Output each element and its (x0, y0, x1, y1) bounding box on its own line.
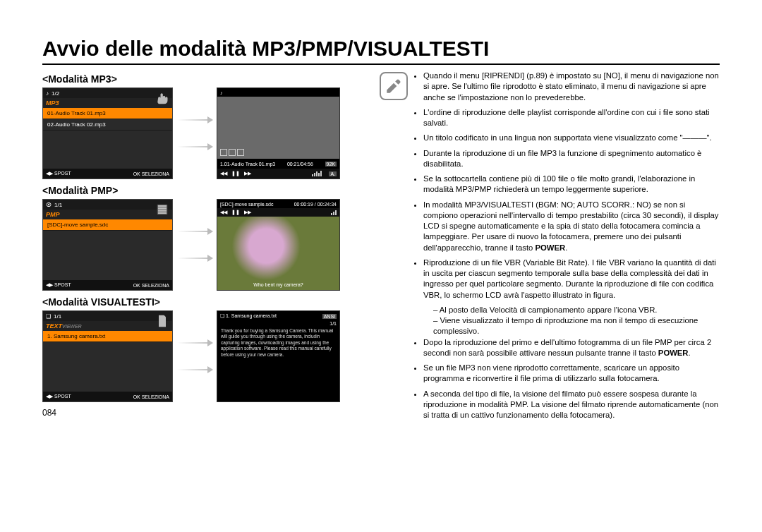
doc-icon: ❏ (46, 313, 51, 320)
film-icon: ⦿ (46, 202, 52, 208)
note-subitem: Viene visualizzato il tempo di riproduzi… (433, 315, 720, 337)
note-item: Riproduzione di un file VBR (Variable Bi… (423, 258, 720, 301)
mode-label-text: <Modalità VISUALTESTI> (42, 296, 367, 308)
mode-label-mp3: <Modalità MP3> (42, 73, 367, 85)
hand-icon (155, 91, 169, 105)
columns: <Modalità MP3> ♪ 1/2 MP3 01-Audio Track … (42, 71, 720, 425)
text-view-screen: ❏ 1. Samsung camera.txt ANSI 1/1 Thank y… (217, 310, 340, 402)
pmp-counter: 1/1 (54, 202, 62, 208)
mp3-list-screen: ♪ 1/2 MP3 01-Audio Track 01.mp3 02-Audio… (42, 87, 173, 179)
nav-hint-left: ◀▶ SPOST (46, 282, 71, 288)
doc-icon: ❏ 1. Samsung camera.txt (220, 313, 277, 319)
page-number: 084 (42, 408, 367, 418)
equalizer-icon (312, 171, 322, 176)
left-column: <Modalità MP3> ♪ 1/2 MP3 01-Audio Track … (42, 71, 367, 425)
mode-badge: A. (329, 171, 337, 176)
page-icon (155, 314, 169, 328)
pause-icon[interactable]: ❚❚ (231, 210, 240, 215)
pencil-note-icon (385, 77, 403, 95)
text-page-count: 1/1 (217, 321, 339, 326)
list-item[interactable]: 1. Samsung camera.txt (43, 331, 172, 342)
text-mode-name: TEXT (46, 322, 62, 330)
volume-icon (331, 210, 337, 215)
text-body: Thank you for buying a Samsung Camera. T… (217, 326, 339, 360)
nav-hint-right: OK SELEZIONA (133, 171, 169, 176)
thumb-icon (220, 149, 227, 156)
mp3-play-screen: ♪ 1.01-Audio Track 01.mp3 00:21/04:56 92… (217, 87, 340, 179)
prev-icon[interactable]: ◀◀ (220, 210, 227, 215)
text-row: ❏ 1/1 TEXT VIEWER 1. Samsung camera.txt … (42, 310, 367, 402)
text-counter: 1/1 (54, 313, 61, 320)
video-caption: Who bent my camera? (217, 282, 339, 287)
note-item: Un titolo codificato in una lingua non s… (423, 133, 720, 143)
nav-hint-right: OK SELEZIONA (133, 283, 169, 288)
arrow-icon (177, 87, 212, 179)
arrow-icon (177, 199, 212, 291)
pmp-row: ⦿ 1/1 PMP [SDC]-move sample.sdc ◀▶ SPOST… (42, 199, 367, 291)
arrow-icon (177, 310, 212, 402)
note-item: L'ordine di riproduzione delle playlist … (423, 107, 720, 129)
note-item: Quando il menu [RIPRENDI] (p.89) è impos… (423, 71, 720, 103)
music-note-icon: ♪ (46, 90, 49, 97)
right-column: Quando il menu [RIPRENDI] (p.89) è impos… (380, 71, 720, 425)
text-mode-sub: VIEWER (62, 324, 82, 329)
mp3-counter: 1/2 (52, 90, 59, 97)
list-item[interactable]: [SDC]-move sample.sdc (43, 219, 172, 231)
nav-hint-right: OK SELEZIONA (133, 394, 169, 399)
now-playing-title: 1.01-Audio Track 01.mp3 (220, 162, 275, 167)
mp3-row: ♪ 1/2 MP3 01-Audio Track 01.mp3 02-Audio… (42, 87, 367, 179)
note-subitem: Al posto della Velocità di campionamento… (433, 305, 720, 315)
bitrate-badge: 92K (325, 162, 337, 167)
note-item: Se un file MP3 non viene riprodotto corr… (423, 363, 720, 385)
note-item: Durante la riproduzione di un file MP3 l… (423, 148, 720, 170)
music-note-icon: ♪ (220, 90, 223, 95)
video-frame (217, 217, 339, 290)
notes-block: Quando il menu [RIPRENDI] (p.89) è impos… (412, 71, 720, 425)
next-icon[interactable]: ▶▶ (244, 171, 251, 176)
pmp-list-screen: ⦿ 1/1 PMP [SDC]-move sample.sdc ◀▶ SPOST… (42, 199, 173, 291)
list-item[interactable]: 01-Audio Track 01.mp3 (43, 108, 172, 119)
nav-hint-left: ◀▶ SPOST (46, 394, 71, 399)
pmp-mode-name: PMP (46, 211, 60, 218)
overlay-filename: [SDC]-move sample.sdc (220, 202, 273, 207)
text-list-screen: ❏ 1/1 TEXT VIEWER 1. Samsung camera.txt … (42, 310, 173, 402)
note-item: In modalità MP3/VISUALTESTI (BGM: NO; AU… (423, 200, 720, 253)
mode-label-pmp: <Modalità PMP> (42, 185, 367, 196)
page: Avvio delle modalità MP3/PMP/VISUALTESTI… (0, 0, 762, 432)
pause-icon[interactable]: ❚❚ (231, 171, 240, 176)
prev-icon[interactable]: ◀◀ (220, 171, 227, 176)
film-strip-icon (155, 202, 169, 217)
next-icon[interactable]: ▶▶ (244, 210, 251, 215)
thumb-icon (237, 149, 244, 156)
pmp-play-screen: [SDC]-move sample.sdc 00:00:19 / 00:24:3… (217, 199, 340, 291)
mp3-mode-name: MP3 (46, 99, 59, 107)
overlay-time: 00:00:19 / 00:24:34 (294, 202, 337, 207)
nav-hint-left: ◀▶ SPOST (46, 171, 71, 176)
encoding-badge: ANSI (322, 314, 337, 319)
list-item[interactable]: 02-Audio Track 02.mp3 (43, 119, 172, 131)
note-icon-box (380, 72, 408, 100)
thumb-icon (229, 149, 236, 156)
page-title: Avvio delle modalità MP3/PMP/VISUALTESTI (42, 37, 720, 65)
now-playing-time: 00:21/04:56 (287, 162, 313, 167)
note-item: Se la sottocartella contiene più di 100 … (423, 174, 720, 195)
note-item: Dopo la riproduzione del primo e dell'ul… (423, 337, 720, 359)
note-item: A seconda del tipo di file, la visione d… (423, 389, 720, 421)
